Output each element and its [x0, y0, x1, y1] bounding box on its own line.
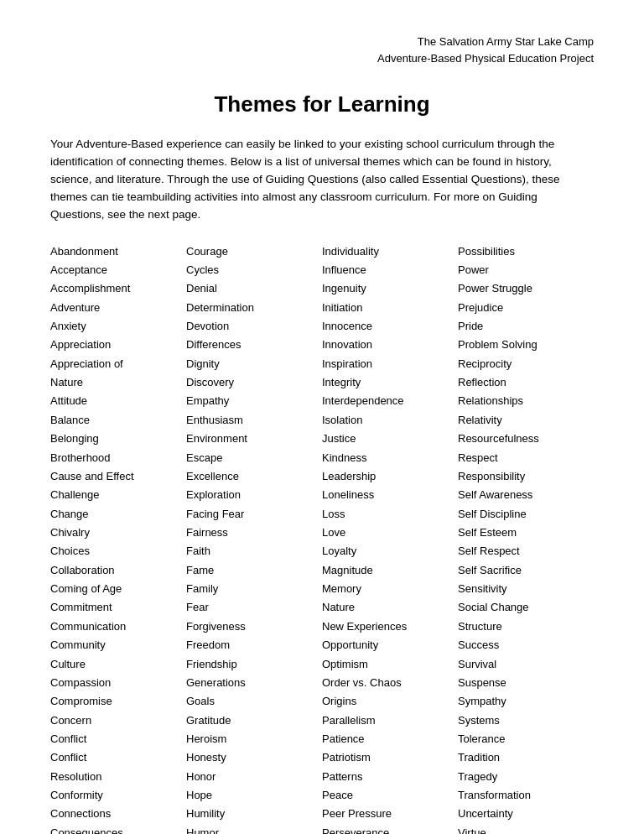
- theme-item: Self Respect: [458, 542, 594, 560]
- theme-item: Self Esteem: [458, 524, 594, 542]
- theme-item: Acceptance: [50, 261, 186, 279]
- theme-item: Uncertainty: [458, 805, 594, 823]
- theme-item: Suspense: [458, 674, 594, 692]
- theme-item: Compromise: [50, 692, 186, 711]
- theme-item: Love: [322, 524, 458, 542]
- theme-item: Memory: [322, 580, 458, 598]
- intro-text: Your Adventure-Based experience can easi…: [50, 136, 594, 224]
- theme-item: Cycles: [186, 261, 322, 279]
- theme-item: Connections: [50, 805, 186, 823]
- theme-item: Transformation: [458, 786, 594, 805]
- theme-item: Environment: [186, 430, 322, 448]
- theme-item: Chivalry: [50, 524, 186, 542]
- theme-item: Self Sacrifice: [458, 561, 594, 580]
- theme-item: Pride: [458, 317, 594, 336]
- theme-item: Sympathy: [458, 692, 594, 711]
- theme-item: Interdependence: [322, 392, 458, 410]
- theme-item: Innovation: [322, 336, 458, 354]
- theme-item: Fear: [186, 598, 322, 617]
- theme-item: Respect: [458, 449, 594, 467]
- theme-item: Reciprocity: [458, 355, 594, 373]
- theme-item: Patriotism: [322, 748, 458, 767]
- theme-item: Enthusiasm: [186, 411, 322, 430]
- page-title: Themes for Learning: [50, 91, 594, 117]
- theme-item: Dignity: [186, 355, 322, 373]
- theme-item: Humor: [186, 824, 322, 834]
- theme-item: Patterns: [322, 768, 458, 786]
- theme-item: Culture: [50, 655, 186, 674]
- theme-item: Appreciation: [50, 336, 186, 354]
- theme-item: Virtue: [458, 824, 594, 834]
- theme-item: Parallelism: [322, 712, 458, 730]
- theme-item: Compassion: [50, 674, 186, 692]
- theme-item: Courage: [186, 242, 322, 261]
- theme-item: Tradition: [458, 748, 594, 767]
- theme-item: Brotherhood: [50, 449, 186, 467]
- theme-item: Conflict: [50, 748, 186, 767]
- theme-item: Differences: [186, 336, 322, 354]
- theme-item: Ingenuity: [322, 279, 458, 298]
- theme-item: Fame: [186, 561, 322, 580]
- theme-item: Consequences: [50, 824, 186, 834]
- theme-item: Appreciation of: [50, 355, 186, 373]
- theme-item: Influence: [322, 261, 458, 279]
- theme-item: Forgiveness: [186, 618, 322, 636]
- theme-item: Attitude: [50, 392, 186, 410]
- theme-item: Anxiety: [50, 317, 186, 336]
- theme-item: Innocence: [322, 317, 458, 336]
- theme-item: Success: [458, 636, 594, 654]
- theme-item: Inspiration: [322, 355, 458, 373]
- theme-item: Freedom: [186, 636, 322, 654]
- theme-item: Opportunity: [322, 636, 458, 654]
- theme-item: New Experiences: [322, 618, 458, 636]
- theme-item: Fairness: [186, 524, 322, 542]
- theme-item: Loyalty: [322, 542, 458, 560]
- theme-item: Commitment: [50, 598, 186, 617]
- theme-item: Optimism: [322, 655, 458, 674]
- theme-item: Order vs. Chaos: [322, 674, 458, 692]
- theme-item: Perseverance: [322, 824, 458, 834]
- theme-item: Excellence: [186, 467, 322, 486]
- theme-item: Exploration: [186, 486, 322, 504]
- header-org: The Salvation Army Star Lake Camp Advent…: [50, 34, 594, 66]
- theme-item: Nature: [322, 598, 458, 617]
- theme-item: Devotion: [186, 317, 322, 336]
- theme-item: Problem Solving: [458, 336, 594, 354]
- theme-item: Discovery: [186, 373, 322, 392]
- theme-item: Peer Pressure: [322, 805, 458, 823]
- theme-item: Friendship: [186, 655, 322, 674]
- page: The Salvation Army Star Lake Camp Advent…: [0, 0, 644, 834]
- theme-item: Change: [50, 505, 186, 524]
- theme-item: Concern: [50, 712, 186, 730]
- theme-item: Coming of Age: [50, 580, 186, 598]
- theme-item: Challenge: [50, 486, 186, 504]
- theme-item: Hope: [186, 786, 322, 805]
- theme-item: Loss: [322, 505, 458, 524]
- theme-item: Social Change: [458, 598, 594, 617]
- theme-item: Sensitivity: [458, 580, 594, 598]
- themes-col-1: AbandonmentAcceptanceAccomplishmentAdven…: [50, 242, 186, 834]
- theme-item: Magnitude: [322, 561, 458, 580]
- theme-item: Systems: [458, 712, 594, 730]
- theme-item: Possibilities: [458, 242, 594, 261]
- theme-item: Community: [50, 636, 186, 654]
- themes-col-2: CourageCyclesDenialDeterminationDevotion…: [186, 242, 322, 834]
- theme-item: Kindness: [322, 449, 458, 467]
- theme-item: Peace: [322, 786, 458, 805]
- theme-item: Resourcefulness: [458, 430, 594, 448]
- themes-grid: AbandonmentAcceptanceAccomplishmentAdven…: [50, 242, 594, 834]
- org-line2: Adventure-Based Physical Education Proje…: [377, 52, 594, 65]
- org-line1: The Salvation Army Star Lake Camp: [418, 35, 594, 48]
- theme-item: Origins: [322, 692, 458, 711]
- theme-item: Conformity: [50, 786, 186, 805]
- theme-item: Conflict: [50, 730, 186, 748]
- theme-item: Goals: [186, 692, 322, 711]
- theme-item: Survival: [458, 655, 594, 674]
- theme-item: Individuality: [322, 242, 458, 261]
- theme-item: Self Awareness: [458, 486, 594, 504]
- theme-item: Cause and Effect: [50, 467, 186, 486]
- theme-item: Belonging: [50, 430, 186, 448]
- theme-item: Tolerance: [458, 730, 594, 748]
- theme-item: Structure: [458, 618, 594, 636]
- theme-item: Resolution: [50, 768, 186, 786]
